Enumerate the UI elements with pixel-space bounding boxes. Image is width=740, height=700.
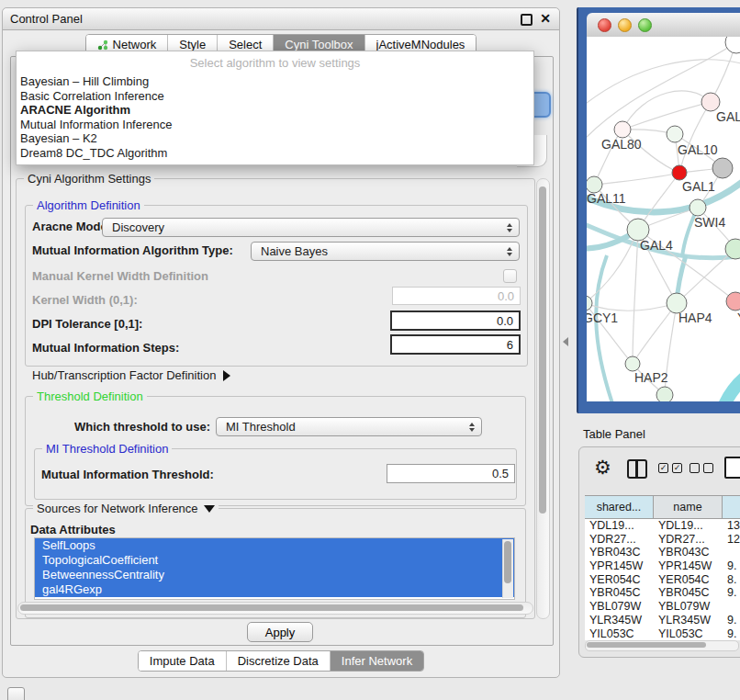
- network-edge[interactable]: [633, 303, 677, 364]
- panel-splitter-handle[interactable]: [563, 337, 568, 346]
- tab-infer-network[interactable]: Infer Network: [331, 651, 423, 671]
- network-edge[interactable]: [679, 102, 711, 173]
- which-threshold-select[interactable]: MI Threshold: [216, 417, 482, 436]
- table-panel-window: ⚙ ✓✓ shared...nameA YDL19...YDL19...13YD…: [578, 446, 740, 658]
- hub-definition-label: Hub/Transcription Factor Definition: [32, 368, 216, 382]
- settings-vertical-scrollbar[interactable]: [536, 178, 550, 619]
- data-attributes-list[interactable]: SelfLoopsTopologicalCoefficientBetweenne…: [34, 537, 515, 600]
- dpi-tolerance-input[interactable]: 0.0: [390, 310, 521, 331]
- tab-discretize-data[interactable]: Discretize Data: [227, 651, 331, 671]
- sources-toggle[interactable]: Sources for Network Inference: [33, 502, 219, 515]
- control-panel-window: Control Panel ✕ NetworkStyleSelectCyni T…: [2, 7, 560, 678]
- close-traffic-light-icon[interactable]: [598, 18, 611, 32]
- table-row[interactable]: YBL079WYBL079W: [585, 600, 740, 614]
- aracne-mode-label: Aracne Mode:: [32, 220, 111, 233]
- aracne-mode-select[interactable]: Discovery: [102, 218, 520, 237]
- network-node-gal80[interactable]: [614, 121, 631, 138]
- dropdown-item[interactable]: Mutual Information Inference: [17, 118, 533, 132]
- tab-impute-data[interactable]: Impute Data: [139, 651, 227, 671]
- table-row[interactable]: YER054CYER054C8.: [585, 573, 740, 587]
- table-cell: 9.: [723, 586, 740, 600]
- network-edge[interactable]: [594, 173, 679, 185]
- network-canvas[interactable]: GALGAL80GAL10GAL1GAL11SWI4GAL4GCY1HAP4YH…: [587, 37, 740, 401]
- mi-steps-input[interactable]: 6: [390, 334, 521, 355]
- dropdown-item[interactable]: Basic Correlation Inference: [17, 89, 533, 104]
- aracne-mode-value: Discovery: [112, 220, 164, 234]
- network-window-titlebar[interactable]: [587, 13, 740, 38]
- attribute-list-item[interactable]: BetweennessCentrality: [35, 568, 514, 582]
- table-row[interactable]: YLR345WYLR345W9.: [585, 614, 740, 627]
- attribute-list-item[interactable]: SelfLoops: [35, 538, 514, 553]
- mi-type-label: Mutual Information Algorithm Type:: [32, 243, 233, 257]
- network-node-hap2[interactable]: [625, 356, 640, 371]
- table-cell: 13: [723, 519, 740, 533]
- network-edge[interactable]: [723, 367, 740, 401]
- attribute-list-item[interactable]: TopologicalCoefficient: [35, 553, 514, 568]
- unchecked-boxes-icon[interactable]: [690, 463, 713, 473]
- network-node[interactable]: [656, 387, 673, 401]
- network-node-gal10[interactable]: [667, 126, 683, 142]
- dropdown-item[interactable]: Bayesian – K2: [17, 131, 533, 146]
- dropdown-item[interactable]: ARACNE Algorithm: [17, 103, 533, 118]
- table-cell: YER054C: [585, 573, 654, 587]
- network-node-label: HAP2: [634, 370, 668, 385]
- manual-kernel-checkbox[interactable]: [503, 269, 517, 283]
- spinner-arrows-icon: [469, 423, 475, 432]
- spinner-arrows-icon: [507, 223, 512, 232]
- file-icon[interactable]: [724, 457, 740, 479]
- network-node[interactable]: [725, 37, 740, 53]
- kernel-width-label: Kernel Width (0,1):: [32, 293, 138, 307]
- table-cell: YDR27...: [585, 533, 654, 547]
- zoom-traffic-light-icon[interactable]: [638, 18, 652, 32]
- tab-label: Cyni Toolbox: [285, 38, 353, 51]
- mi-type-select[interactable]: Naive Bayes: [251, 242, 520, 261]
- dpi-tolerance-label: DPI Tolerance [0,1]:: [32, 317, 142, 331]
- columns-icon[interactable]: [627, 459, 647, 479]
- table-row[interactable]: YIL053CYIL053C9.: [585, 627, 740, 641]
- network-edge[interactable]: [633, 230, 638, 364]
- table-row[interactable]: YBR045CYBR045C9.: [585, 586, 740, 600]
- network-node-y[interactable]: [726, 292, 740, 310]
- table-cell: YBL079W: [585, 600, 654, 614]
- mi-threshold-definition-title: MI Threshold Definition: [42, 442, 172, 456]
- gear-icon[interactable]: ⚙: [594, 457, 611, 479]
- network-node-swi4[interactable]: [690, 199, 706, 216]
- dropdown-item[interactable]: Bayesian – Hill Climbing: [17, 74, 533, 89]
- dropdown-placeholder: Select algorithm to view settings: [17, 51, 533, 74]
- bottom-tabs: Impute DataDiscretize DataInfer Network: [138, 650, 424, 672]
- network-node-label: GAL: [716, 109, 740, 124]
- hub-definition-toggle[interactable]: Hub/Transcription Factor Definition: [32, 368, 230, 382]
- column-header-name[interactable]: name: [654, 496, 723, 518]
- column-header-shared[interactable]: shared...: [585, 496, 654, 518]
- attribute-list-item[interactable]: gal4RGexp: [35, 582, 514, 597]
- network-node-gal1[interactable]: [672, 165, 687, 180]
- mi-threshold-label: Mutual Information Threshold:: [41, 468, 214, 481]
- minimized-panel-icon[interactable]: [7, 687, 25, 700]
- table-row[interactable]: YPR145WYPR145W9.: [585, 559, 740, 573]
- mi-threshold-input[interactable]: 0.5: [387, 464, 515, 483]
- network-node[interactable]: [712, 158, 733, 178]
- minimize-traffic-light-icon[interactable]: [618, 18, 632, 32]
- table-row[interactable]: YBR043CYBR043C: [585, 546, 740, 559]
- float-icon[interactable]: [521, 14, 533, 26]
- table-row[interactable]: YDR27...YDR27...12: [585, 533, 740, 547]
- manual-kernel-label: Manual Kernel Width Definition: [32, 269, 208, 283]
- apply-button[interactable]: Apply: [247, 622, 313, 642]
- table-cell: YIL053C: [585, 627, 654, 641]
- list-scrollbar[interactable]: [502, 539, 513, 598]
- network-node-gal[interactable]: [701, 93, 720, 111]
- kernel-width-input[interactable]: 0.0: [392, 287, 521, 305]
- tab-label: Infer Network: [342, 654, 412, 668]
- column-header-a[interactable]: A: [723, 496, 740, 518]
- close-icon[interactable]: ✕: [540, 11, 551, 26]
- table-row[interactable]: YDL19...YDL19...13: [585, 519, 740, 533]
- network-node-label: SWI4: [694, 215, 725, 230]
- dropdown-item[interactable]: Dream8 DC_TDC Algorithm: [17, 146, 533, 161]
- table-horizontal-scrollbar[interactable]: [585, 640, 739, 651]
- algorithm-dropdown-popup: Select algorithm to view settings Bayesi…: [16, 51, 534, 165]
- checked-boxes-icon[interactable]: ✓✓: [658, 463, 682, 473]
- network-edge[interactable]: [622, 91, 711, 130]
- network-node-label: HAP4: [678, 310, 712, 325]
- network-node-label: GAL10: [678, 142, 718, 157]
- settings-horizontal-scrollbar[interactable]: [17, 602, 533, 615]
